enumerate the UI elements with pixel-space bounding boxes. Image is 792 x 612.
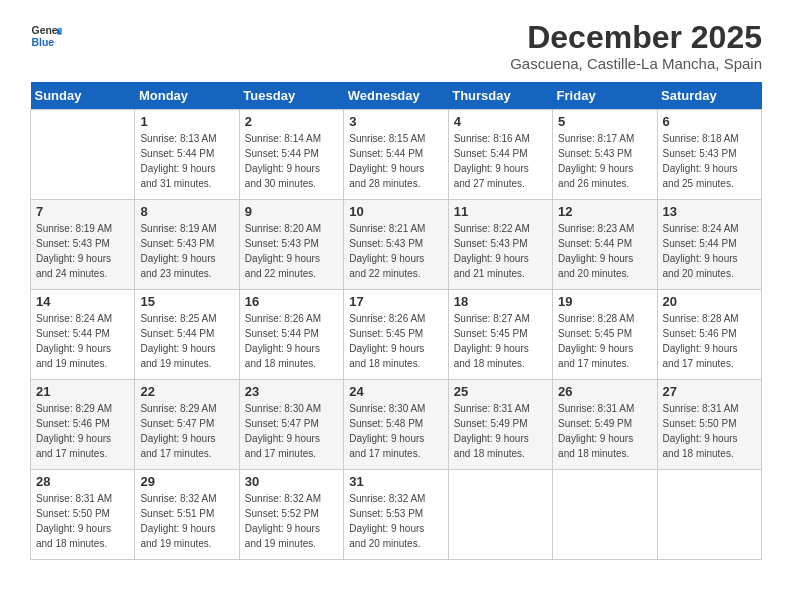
day-number: 28 xyxy=(36,474,129,489)
day-info: Sunrise: 8:19 AM Sunset: 5:43 PM Dayligh… xyxy=(36,221,129,281)
day-info: Sunrise: 8:32 AM Sunset: 5:52 PM Dayligh… xyxy=(245,491,338,551)
calendar-cell: 25Sunrise: 8:31 AM Sunset: 5:49 PM Dayli… xyxy=(448,380,552,470)
day-info: Sunrise: 8:29 AM Sunset: 5:46 PM Dayligh… xyxy=(36,401,129,461)
day-info: Sunrise: 8:30 AM Sunset: 5:47 PM Dayligh… xyxy=(245,401,338,461)
day-number: 18 xyxy=(454,294,547,309)
week-row-2: 7Sunrise: 8:19 AM Sunset: 5:43 PM Daylig… xyxy=(31,200,762,290)
calendar-cell: 22Sunrise: 8:29 AM Sunset: 5:47 PM Dayli… xyxy=(135,380,239,470)
calendar-cell: 8Sunrise: 8:19 AM Sunset: 5:43 PM Daylig… xyxy=(135,200,239,290)
day-number: 31 xyxy=(349,474,442,489)
calendar-cell: 5Sunrise: 8:17 AM Sunset: 5:43 PM Daylig… xyxy=(553,110,657,200)
day-info: Sunrise: 8:31 AM Sunset: 5:50 PM Dayligh… xyxy=(663,401,756,461)
day-info: Sunrise: 8:30 AM Sunset: 5:48 PM Dayligh… xyxy=(349,401,442,461)
day-number: 14 xyxy=(36,294,129,309)
day-info: Sunrise: 8:19 AM Sunset: 5:43 PM Dayligh… xyxy=(140,221,233,281)
calendar-cell: 6Sunrise: 8:18 AM Sunset: 5:43 PM Daylig… xyxy=(657,110,761,200)
calendar-cell: 15Sunrise: 8:25 AM Sunset: 5:44 PM Dayli… xyxy=(135,290,239,380)
calendar-cell: 19Sunrise: 8:28 AM Sunset: 5:45 PM Dayli… xyxy=(553,290,657,380)
calendar-cell: 14Sunrise: 8:24 AM Sunset: 5:44 PM Dayli… xyxy=(31,290,135,380)
day-info: Sunrise: 8:29 AM Sunset: 5:47 PM Dayligh… xyxy=(140,401,233,461)
day-number: 27 xyxy=(663,384,756,399)
calendar-cell: 17Sunrise: 8:26 AM Sunset: 5:45 PM Dayli… xyxy=(344,290,448,380)
day-info: Sunrise: 8:22 AM Sunset: 5:43 PM Dayligh… xyxy=(454,221,547,281)
day-number: 12 xyxy=(558,204,651,219)
day-number: 6 xyxy=(663,114,756,129)
header-day-monday: Monday xyxy=(135,82,239,110)
day-info: Sunrise: 8:21 AM Sunset: 5:43 PM Dayligh… xyxy=(349,221,442,281)
week-row-3: 14Sunrise: 8:24 AM Sunset: 5:44 PM Dayli… xyxy=(31,290,762,380)
day-info: Sunrise: 8:28 AM Sunset: 5:45 PM Dayligh… xyxy=(558,311,651,371)
calendar-cell xyxy=(553,470,657,560)
logo: General Blue xyxy=(30,20,62,52)
calendar-cell: 31Sunrise: 8:32 AM Sunset: 5:53 PM Dayli… xyxy=(344,470,448,560)
day-info: Sunrise: 8:23 AM Sunset: 5:44 PM Dayligh… xyxy=(558,221,651,281)
svg-text:Blue: Blue xyxy=(32,37,55,48)
day-number: 21 xyxy=(36,384,129,399)
day-number: 20 xyxy=(663,294,756,309)
header-row: SundayMondayTuesdayWednesdayThursdayFrid… xyxy=(31,82,762,110)
calendar-cell: 26Sunrise: 8:31 AM Sunset: 5:49 PM Dayli… xyxy=(553,380,657,470)
day-info: Sunrise: 8:14 AM Sunset: 5:44 PM Dayligh… xyxy=(245,131,338,191)
day-number: 10 xyxy=(349,204,442,219)
day-info: Sunrise: 8:20 AM Sunset: 5:43 PM Dayligh… xyxy=(245,221,338,281)
day-info: Sunrise: 8:13 AM Sunset: 5:44 PM Dayligh… xyxy=(140,131,233,191)
day-number: 15 xyxy=(140,294,233,309)
calendar-cell: 29Sunrise: 8:32 AM Sunset: 5:51 PM Dayli… xyxy=(135,470,239,560)
day-info: Sunrise: 8:27 AM Sunset: 5:45 PM Dayligh… xyxy=(454,311,547,371)
calendar-table: SundayMondayTuesdayWednesdayThursdayFrid… xyxy=(30,82,762,560)
day-number: 13 xyxy=(663,204,756,219)
calendar-cell: 13Sunrise: 8:24 AM Sunset: 5:44 PM Dayli… xyxy=(657,200,761,290)
day-info: Sunrise: 8:25 AM Sunset: 5:44 PM Dayligh… xyxy=(140,311,233,371)
calendar-cell: 30Sunrise: 8:32 AM Sunset: 5:52 PM Dayli… xyxy=(239,470,343,560)
calendar-cell: 4Sunrise: 8:16 AM Sunset: 5:44 PM Daylig… xyxy=(448,110,552,200)
day-info: Sunrise: 8:15 AM Sunset: 5:44 PM Dayligh… xyxy=(349,131,442,191)
day-info: Sunrise: 8:18 AM Sunset: 5:43 PM Dayligh… xyxy=(663,131,756,191)
day-number: 23 xyxy=(245,384,338,399)
calendar-cell: 12Sunrise: 8:23 AM Sunset: 5:44 PM Dayli… xyxy=(553,200,657,290)
calendar-cell xyxy=(657,470,761,560)
week-row-5: 28Sunrise: 8:31 AM Sunset: 5:50 PM Dayli… xyxy=(31,470,762,560)
header: General Blue December 2025 Gascuena, Cas… xyxy=(30,20,762,72)
day-number: 4 xyxy=(454,114,547,129)
calendar-cell: 7Sunrise: 8:19 AM Sunset: 5:43 PM Daylig… xyxy=(31,200,135,290)
calendar-cell: 11Sunrise: 8:22 AM Sunset: 5:43 PM Dayli… xyxy=(448,200,552,290)
day-info: Sunrise: 8:31 AM Sunset: 5:49 PM Dayligh… xyxy=(454,401,547,461)
day-number: 3 xyxy=(349,114,442,129)
day-info: Sunrise: 8:26 AM Sunset: 5:44 PM Dayligh… xyxy=(245,311,338,371)
day-info: Sunrise: 8:16 AM Sunset: 5:44 PM Dayligh… xyxy=(454,131,547,191)
day-number: 25 xyxy=(454,384,547,399)
week-row-1: 1Sunrise: 8:13 AM Sunset: 5:44 PM Daylig… xyxy=(31,110,762,200)
header-day-tuesday: Tuesday xyxy=(239,82,343,110)
day-number: 11 xyxy=(454,204,547,219)
week-row-4: 21Sunrise: 8:29 AM Sunset: 5:46 PM Dayli… xyxy=(31,380,762,470)
day-number: 19 xyxy=(558,294,651,309)
calendar-cell: 1Sunrise: 8:13 AM Sunset: 5:44 PM Daylig… xyxy=(135,110,239,200)
logo-icon: General Blue xyxy=(30,20,62,52)
day-number: 7 xyxy=(36,204,129,219)
day-number: 2 xyxy=(245,114,338,129)
day-info: Sunrise: 8:24 AM Sunset: 5:44 PM Dayligh… xyxy=(663,221,756,281)
day-info: Sunrise: 8:31 AM Sunset: 5:50 PM Dayligh… xyxy=(36,491,129,551)
calendar-cell: 28Sunrise: 8:31 AM Sunset: 5:50 PM Dayli… xyxy=(31,470,135,560)
calendar-cell: 16Sunrise: 8:26 AM Sunset: 5:44 PM Dayli… xyxy=(239,290,343,380)
header-day-saturday: Saturday xyxy=(657,82,761,110)
calendar-subtitle: Gascuena, Castille-La Mancha, Spain xyxy=(510,55,762,72)
day-number: 1 xyxy=(140,114,233,129)
day-number: 29 xyxy=(140,474,233,489)
calendar-title: December 2025 xyxy=(510,20,762,55)
calendar-cell: 24Sunrise: 8:30 AM Sunset: 5:48 PM Dayli… xyxy=(344,380,448,470)
day-info: Sunrise: 8:26 AM Sunset: 5:45 PM Dayligh… xyxy=(349,311,442,371)
day-info: Sunrise: 8:24 AM Sunset: 5:44 PM Dayligh… xyxy=(36,311,129,371)
calendar-cell: 2Sunrise: 8:14 AM Sunset: 5:44 PM Daylig… xyxy=(239,110,343,200)
title-block: December 2025 Gascuena, Castille-La Manc… xyxy=(510,20,762,72)
calendar-cell: 3Sunrise: 8:15 AM Sunset: 5:44 PM Daylig… xyxy=(344,110,448,200)
day-number: 8 xyxy=(140,204,233,219)
day-info: Sunrise: 8:32 AM Sunset: 5:53 PM Dayligh… xyxy=(349,491,442,551)
header-day-friday: Friday xyxy=(553,82,657,110)
calendar-cell: 18Sunrise: 8:27 AM Sunset: 5:45 PM Dayli… xyxy=(448,290,552,380)
calendar-cell: 20Sunrise: 8:28 AM Sunset: 5:46 PM Dayli… xyxy=(657,290,761,380)
day-number: 22 xyxy=(140,384,233,399)
calendar-cell xyxy=(448,470,552,560)
calendar-cell: 10Sunrise: 8:21 AM Sunset: 5:43 PM Dayli… xyxy=(344,200,448,290)
day-info: Sunrise: 8:31 AM Sunset: 5:49 PM Dayligh… xyxy=(558,401,651,461)
